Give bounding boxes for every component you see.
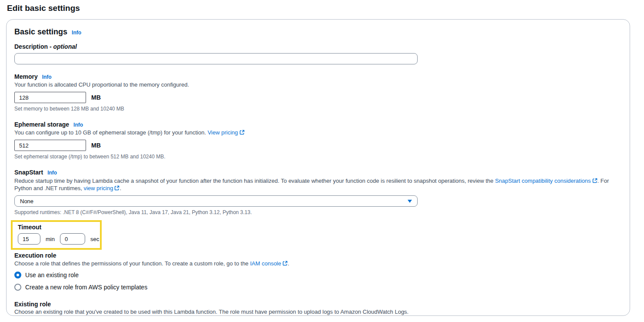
snapstart-description: Reduce startup time by having Lambda cac… xyxy=(14,177,622,192)
snapstart-select[interactable]: None xyxy=(14,195,418,207)
snapstart-compatibility-link-text: SnapStart compatibility considerations xyxy=(495,178,591,184)
timeout-min-unit-label: min xyxy=(46,236,55,242)
execution-role-description-text-1: Choose a role that defines the permissio… xyxy=(14,260,250,267)
memory-field: Memory Info Your function is allocated C… xyxy=(14,73,622,112)
iam-console-link-text: IAM console xyxy=(250,260,281,267)
page-title: Edit basic settings xyxy=(7,3,644,13)
execution-role-description-text-2: . xyxy=(288,260,289,267)
execution-role-description: Choose a role that defines the permissio… xyxy=(14,260,622,267)
existing-role-label: Existing role xyxy=(14,300,622,308)
panel-heading: Basic settings xyxy=(14,27,67,37)
ephemeral-storage-info-link[interactable]: Info xyxy=(73,122,83,128)
timeout-sec-input[interactable] xyxy=(60,233,85,245)
ephemeral-storage-field: Ephemeral storage Info You can configure… xyxy=(14,121,622,160)
snapstart-compatibility-link[interactable]: SnapStart compatibility considerations xyxy=(495,178,597,184)
memory-label: Memory xyxy=(14,73,38,80)
existing-role-field: Existing role Choose an existing role th… xyxy=(14,300,622,316)
timeout-min-input[interactable] xyxy=(18,233,40,245)
snapstart-description-text-3: . xyxy=(120,185,121,191)
existing-role-description: Choose an existing role that you've crea… xyxy=(14,309,622,315)
radio-button-selected[interactable] xyxy=(14,272,21,278)
description-optional-text: optional xyxy=(53,43,76,50)
radio-option-existing-role[interactable]: Use an existing role xyxy=(14,271,622,279)
radio-option-new-role[interactable]: Create a new role from AWS policy templa… xyxy=(14,283,622,292)
snapstart-view-pricing-link[interactable]: view pricing xyxy=(83,185,120,191)
description-field: Description - optional xyxy=(14,43,622,64)
external-link-icon xyxy=(239,130,245,135)
panel-info-link[interactable]: Info xyxy=(72,30,81,36)
memory-constraint: Set memory to between 128 MB and 10240 M… xyxy=(14,106,622,112)
execution-role-field: Execution role Choose a role that define… xyxy=(14,252,622,292)
ephemeral-storage-constraint: Set ephemeral storage (/tmp) to between … xyxy=(14,154,622,160)
timeout-sec-unit-label: sec xyxy=(90,236,99,242)
basic-settings-panel: Basic settings Info Description - option… xyxy=(6,19,630,316)
snapstart-constraint: Supported runtimes: .NET 8 (C#/F#/PowerS… xyxy=(14,209,622,216)
ephemeral-storage-label: Ephemeral storage xyxy=(14,121,69,128)
view-pricing-link-text: View pricing xyxy=(208,129,238,136)
radio-label-new-role[interactable]: Create a new role from AWS policy templa… xyxy=(25,284,147,291)
external-link-icon xyxy=(114,185,120,191)
snapstart-label: SnapStart xyxy=(14,168,43,176)
description-input[interactable] xyxy=(14,53,418,64)
external-link-icon xyxy=(282,261,288,266)
ephemeral-storage-unit-label: MB xyxy=(91,142,101,149)
ephemeral-storage-description: You can configure up to 10 GB of ephemer… xyxy=(14,129,622,136)
snapstart-info-link[interactable]: Info xyxy=(47,170,57,176)
radio-label-existing-role[interactable]: Use an existing role xyxy=(25,272,79,278)
view-pricing-link[interactable]: View pricing xyxy=(208,129,245,136)
timeout-label: Timeout xyxy=(18,223,96,231)
snapstart-select-value: None xyxy=(20,198,33,205)
radio-dot xyxy=(17,274,19,276)
execution-role-label: Execution role xyxy=(14,252,622,259)
memory-info-link[interactable]: Info xyxy=(42,74,52,80)
memory-unit-label: MB xyxy=(91,94,101,101)
snapstart-description-text-1: Reduce startup time by having Lambda cac… xyxy=(14,178,495,184)
memory-description: Your function is allocated CPU proportio… xyxy=(14,81,622,88)
ephemeral-storage-input[interactable] xyxy=(14,140,86,151)
chevron-down-icon xyxy=(408,200,412,203)
description-label-text: Description - xyxy=(14,43,53,50)
iam-console-link[interactable]: IAM console xyxy=(250,260,288,267)
radio-button-unselected[interactable] xyxy=(14,284,21,291)
timeout-highlight-annotation: Timeout min sec xyxy=(11,220,102,250)
ephemeral-description-text: You can configure up to 10 GB of ephemer… xyxy=(14,129,208,136)
memory-input[interactable] xyxy=(14,92,86,103)
snapstart-field: SnapStart Info Reduce startup time by ha… xyxy=(14,168,622,216)
snapstart-view-pricing-link-text: view pricing xyxy=(83,185,113,191)
description-label: Description - optional xyxy=(14,43,622,50)
external-link-icon xyxy=(592,178,598,183)
